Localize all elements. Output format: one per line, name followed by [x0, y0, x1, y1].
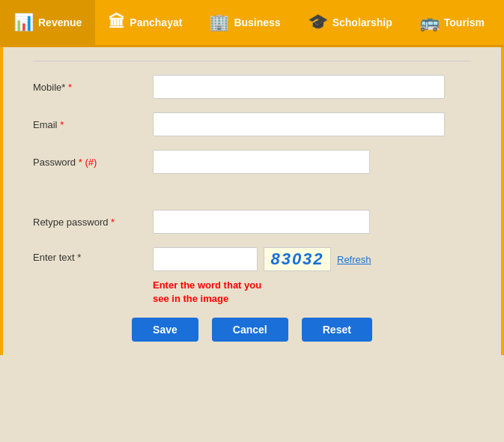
- mobile-input[interactable]: [153, 75, 445, 99]
- password-hash: (#): [85, 157, 97, 168]
- nav-label-tourism: Tourism: [444, 16, 485, 28]
- nav-item-revenue[interactable]: 📊 Revenue: [0, 0, 95, 45]
- password-label: Password * (#): [33, 157, 153, 168]
- nav-label-revenue: Revenue: [38, 16, 82, 28]
- cancel-button[interactable]: Cancel: [212, 318, 288, 342]
- retype-required: *: [111, 217, 115, 228]
- revenue-icon: 📊: [13, 14, 34, 31]
- business-icon: 🏢: [209, 14, 229, 31]
- captcha-image: 83032: [264, 247, 331, 271]
- captcha-hint: Enter the word that you see in the image: [153, 279, 471, 306]
- top-divider: [33, 61, 471, 61]
- retype-password-label: Retype password *: [33, 217, 153, 228]
- nav-item-scholarship[interactable]: 🎓 Scholarship: [294, 0, 406, 45]
- mobile-required: *: [68, 82, 72, 93]
- tourism-icon: 🚌: [419, 14, 440, 31]
- mobile-row: Mobile* *: [33, 75, 471, 99]
- nav-label-panchayat: Panchayat: [130, 16, 182, 28]
- nav-label-business: Business: [234, 16, 280, 28]
- scholarship-icon: 🎓: [308, 14, 328, 31]
- captcha-input[interactable]: [153, 247, 258, 271]
- password-required: *: [79, 157, 82, 168]
- nav-item-tourism[interactable]: 🚌 Tourism: [406, 0, 498, 45]
- nav-item-panchayat[interactable]: 🏛 Panchayat: [95, 0, 195, 45]
- email-label: Email *: [33, 119, 153, 130]
- retype-password-input[interactable]: [153, 210, 370, 234]
- save-button[interactable]: Save: [132, 318, 198, 342]
- captcha-row: Enter text * 83032 Refresh: [33, 247, 471, 271]
- email-required: *: [60, 119, 64, 130]
- email-input[interactable]: [153, 112, 445, 136]
- panchayat-icon: 🏛: [109, 14, 125, 31]
- captcha-required: *: [77, 252, 81, 263]
- top-navigation: 📊 Revenue 🏛 Panchayat 🏢 Business 🎓 Schol…: [0, 0, 504, 47]
- reset-button[interactable]: Reset: [302, 318, 372, 342]
- captcha-controls: 83032 Refresh: [153, 247, 371, 271]
- mobile-label: Mobile* *: [33, 82, 153, 93]
- email-row: Email *: [33, 112, 471, 136]
- retype-password-row: Retype password *: [33, 210, 471, 234]
- nav-item-business[interactable]: 🏢 Business: [195, 0, 294, 45]
- main-content: Mobile* * Email * Password * (#) Retype …: [0, 47, 504, 355]
- button-row: Save Cancel Reset: [33, 318, 471, 342]
- captcha-label: Enter text *: [33, 247, 153, 263]
- refresh-button[interactable]: Refresh: [337, 254, 371, 265]
- password-input[interactable]: [153, 150, 370, 174]
- nav-label-scholarship: Scholarship: [333, 16, 392, 28]
- password-row: Password * (#): [33, 150, 471, 174]
